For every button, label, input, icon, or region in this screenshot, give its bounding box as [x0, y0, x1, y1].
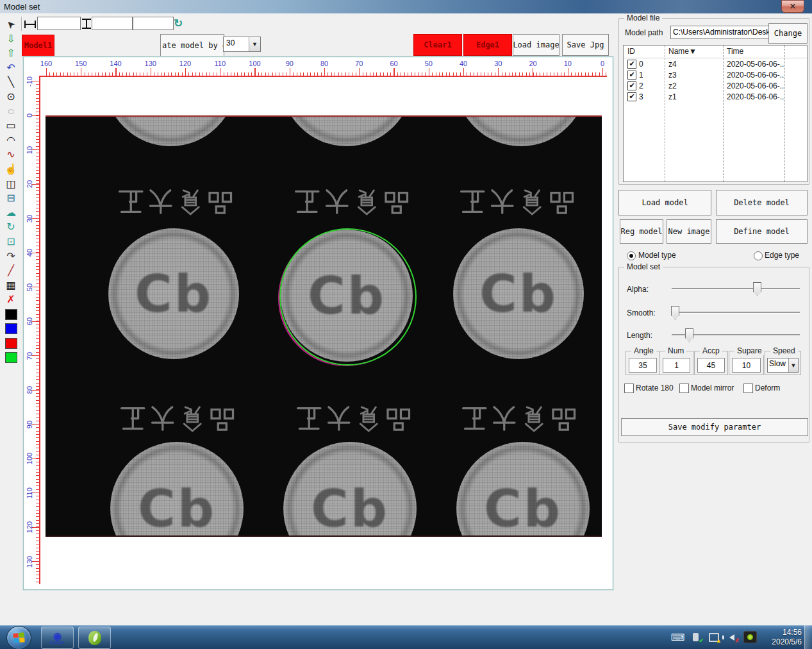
save-modify-paramter-button[interactable]: Save modify paramter — [621, 418, 808, 436]
model-type-label[interactable]: Model type — [638, 251, 676, 260]
save-jpg-button[interactable]: Save Jpg — [562, 34, 609, 56]
alpha-thumb[interactable] — [753, 282, 761, 296]
smooth-thumb[interactable] — [671, 306, 679, 320]
volume-muted-tray-icon[interactable]: ✗ — [725, 632, 738, 643]
change-path-button[interactable]: Change — [768, 23, 808, 44]
pan-tool[interactable]: ☝ — [2, 163, 20, 176]
define-model-button[interactable]: Define model — [716, 219, 808, 244]
row-id: 2 — [639, 81, 643, 90]
color-swatch-red[interactable] — [2, 337, 20, 350]
close-button[interactable]: ✕ — [781, 0, 804, 13]
length-thumb[interactable] — [685, 328, 693, 342]
export-model-icon[interactable]: ⇧ — [2, 47, 20, 60]
edge1-button[interactable]: Edge1 — [463, 34, 512, 56]
load-image-button[interactable]: Load image — [513, 34, 559, 56]
rotate-box-tool[interactable]: ⊡ — [2, 235, 20, 248]
speed-arrow-icon[interactable]: ▼ — [788, 358, 798, 372]
photo[interactable]: CbCbCbCbCbCbCbCbCb — [46, 115, 602, 537]
height-measure-icon — [81, 19, 92, 29]
model-table-header[interactable]: ID Name▼ Time — [624, 46, 807, 58]
row-checkbox[interactable]: ✔ — [627, 92, 636, 101]
rotate-180-checkbox[interactable] — [624, 384, 634, 393]
deform-label[interactable]: Deform — [755, 384, 780, 392]
rect-tool-icon: ▭ — [6, 121, 15, 131]
usb-tray-icon[interactable]: ✔ — [690, 632, 702, 643]
deform-checkbox[interactable] — [743, 384, 753, 393]
show-desktop-button[interactable] — [804, 625, 812, 649]
ellipse-tool[interactable]: ◌ — [2, 105, 20, 118]
row-checkbox[interactable]: ✔ — [627, 71, 636, 80]
coreldraw-taskbar-button[interactable] — [78, 627, 111, 649]
num-input[interactable]: 1 — [663, 358, 690, 373]
rotate-tool[interactable]: ↻ — [2, 221, 20, 233]
angle-input[interactable]: 35 — [629, 358, 657, 373]
trocen-taskbar-button[interactable]: ◉ trocen — [41, 627, 74, 649]
table-row[interactable]: ✔0z42020-05-06-06-... — [624, 58, 807, 69]
table-row[interactable]: ✔2z22020-05-06-06-... — [624, 80, 807, 91]
start-button[interactable] — [6, 626, 31, 649]
nvidia-tray-icon[interactable] — [743, 631, 757, 643]
taskbar-clock[interactable]: 14:56 2020/5/6 — [772, 628, 802, 647]
combo-arrow-icon[interactable]: ▼ — [249, 37, 260, 51]
model-type-radio[interactable] — [627, 251, 636, 260]
col-time[interactable]: Time — [723, 46, 784, 58]
delete-model-button[interactable]: Delete model — [716, 190, 808, 215]
col-name[interactable]: Name▼ — [665, 46, 723, 58]
alpha-slider[interactable] — [672, 282, 800, 295]
col-id[interactable]: ID — [624, 46, 665, 58]
width-input[interactable] — [37, 17, 81, 30]
arc-tool[interactable]: ◠ — [2, 134, 20, 147]
length-slider[interactable] — [672, 328, 800, 341]
speed-combo[interactable]: Slow ▼ — [767, 358, 799, 373]
edge-type-label[interactable]: Edge type — [765, 251, 799, 260]
curve-tool[interactable]: ∿ — [2, 148, 20, 161]
mirror-horizontal-tool[interactable]: ⊟ — [2, 192, 20, 205]
model-mirror-label[interactable]: Model mirror — [691, 384, 734, 392]
supare-input[interactable]: 10 — [732, 358, 761, 373]
model-path-field[interactable]: C:\Users\Administrator\Desktop — [670, 26, 772, 39]
keyboard-tray-icon[interactable]: ⌨ — [672, 632, 684, 643]
model-table[interactable]: ID Name▼ Time ✔0z42020-05-06-06-...✔1z32… — [623, 45, 808, 182]
load-model-button[interactable]: Load model — [618, 190, 711, 215]
smooth-slider[interactable] — [672, 306, 800, 319]
height-input[interactable] — [92, 17, 133, 30]
smooth-track[interactable] — [672, 312, 800, 314]
color-swatch-black[interactable] — [2, 308, 20, 321]
table-row[interactable]: ✔3z12020-05-06-06-... — [624, 91, 807, 102]
circle-tool[interactable]: ⊙ — [2, 90, 20, 103]
coin: Cb — [110, 442, 244, 537]
network-tray-icon[interactable]: ▲ — [708, 632, 720, 643]
arc-segment-tool[interactable]: ↷ — [2, 250, 20, 263]
undo-icon[interactable]: ↶ — [2, 62, 20, 74]
grid-tool[interactable]: ▦ — [2, 279, 20, 292]
line-tool[interactable]: ╲ — [2, 76, 20, 88]
edge-type-radio[interactable] — [754, 251, 763, 260]
stamp-text — [292, 184, 411, 217]
create-model-by-edge-button[interactable]: ate model by ed — [160, 34, 224, 57]
edge-count-value: 30 — [224, 37, 249, 51]
reg-model-button[interactable]: Reg model — [620, 219, 663, 244]
mirror-vertical-tool[interactable]: ◫ — [2, 178, 20, 190]
select-tool[interactable]: ➤ — [2, 18, 20, 31]
refresh-icon[interactable]: ↻ — [174, 17, 183, 30]
model-mirror-checkbox[interactable] — [679, 384, 689, 393]
new-image-button[interactable]: New image — [667, 219, 711, 244]
import-model-icon[interactable]: ⇩ — [2, 33, 20, 46]
delete-tool[interactable]: ✗ — [2, 293, 20, 306]
color-swatch-blue[interactable] — [2, 323, 20, 335]
color-swatch-green[interactable] — [2, 351, 20, 364]
rect-tool[interactable]: ▭ — [2, 119, 20, 132]
node-line-tool[interactable]: ╱ — [2, 264, 20, 277]
stamp-tool[interactable]: ☁ — [2, 206, 20, 219]
edge-count-combo[interactable]: 30 ▼ — [223, 37, 261, 52]
table-row[interactable]: ✔1z32020-05-06-06-... — [624, 69, 807, 80]
accp-input[interactable]: 45 — [697, 358, 725, 373]
alpha-track[interactable] — [672, 288, 800, 290]
trocen-icon: ◉ — [53, 632, 62, 640]
rotate-180-label[interactable]: Rotate 180 — [636, 384, 674, 392]
row-checkbox[interactable]: ✔ — [627, 60, 636, 69]
row-checkbox[interactable]: ✔ — [627, 81, 636, 90]
extra-input[interactable] — [133, 17, 174, 30]
clear1-button[interactable]: Clear1 — [413, 34, 462, 56]
model1-button[interactable]: Model1 — [22, 35, 54, 56]
